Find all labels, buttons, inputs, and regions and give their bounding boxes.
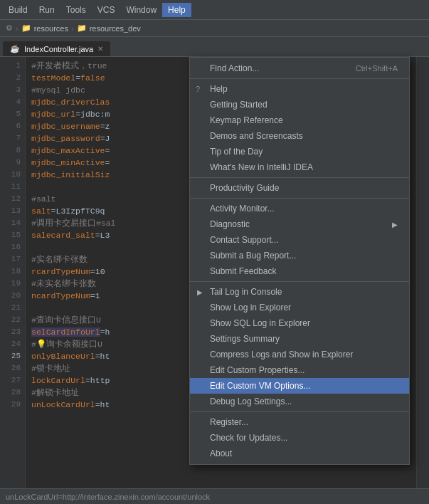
about-label: About: [210, 448, 232, 458]
show-log-label: Show Log in Explorer: [210, 303, 291, 313]
line-num-2: 2: [0, 72, 25, 84]
breadcrumb-sep2: ›: [71, 24, 74, 33]
line-num-23: 23: [0, 326, 25, 338]
tail-log-label: Tail Log in Console: [210, 287, 282, 297]
edit-custom-props-label: Edit Custom Properties...: [210, 365, 304, 375]
line-num-3: 3: [0, 84, 25, 96]
edit-custom-vm-label: Edit Custom VM Options...: [210, 381, 310, 391]
line-num-11: 11: [0, 181, 25, 193]
menu-item-tail-log[interactable]: ▶ Tail Log in Console: [190, 284, 409, 300]
line-num-24: 24: [0, 338, 25, 350]
menu-item-show-sql-log[interactable]: Show SQL Log in Explorer: [190, 315, 409, 331]
status-bar: unLockCardUrl=http://interface.zinexin.c…: [0, 488, 429, 504]
help-dropdown-menu: Find Action... Ctrl+Shift+A ? Help Getti…: [189, 57, 410, 465]
menu-item-activity-monitor[interactable]: Activity Monitor...: [190, 201, 409, 216]
demos-label: Demos and Screencasts: [210, 131, 303, 141]
tab-close-button[interactable]: ✕: [97, 45, 103, 53]
menu-vcs[interactable]: VCS: [92, 3, 121, 17]
menu-run[interactable]: Run: [33, 3, 60, 17]
breadcrumb-resources-dev[interactable]: 📁 resources_dev: [77, 23, 141, 33]
menu-item-show-log[interactable]: Show Log in Explorer: [190, 300, 409, 315]
line-num-26: 26: [0, 362, 25, 374]
menu-item-find-action[interactable]: Find Action... Ctrl+Shift+A: [190, 61, 409, 76]
register-label: Register...: [210, 417, 248, 427]
menu-item-help[interactable]: ? Help: [190, 81, 409, 97]
tab-bar: ☕ IndexController.java ✕: [0, 37, 429, 57]
menu-item-productivity[interactable]: Productivity Guide: [190, 180, 409, 196]
line-num-14: 14: [0, 217, 25, 229]
line-num-20: 20: [0, 290, 25, 302]
scroll-bar[interactable]: [416, 57, 429, 504]
menu-window[interactable]: Window: [120, 3, 162, 17]
menu-item-compress-logs[interactable]: Compress Logs and Show in Explorer: [190, 347, 409, 362]
menu-item-edit-custom-vm[interactable]: Edit Custom VM Options...: [190, 378, 409, 394]
whats-new-label: What's New in IntelliJ IDEA: [210, 162, 313, 172]
menu-item-check-updates[interactable]: Check for Updates...: [190, 430, 409, 446]
submit-feedback-label: Submit Feedback: [210, 266, 276, 276]
separator-3: [190, 198, 409, 199]
line-num-18: 18: [0, 266, 25, 278]
breadcrumb-resources[interactable]: 📁 resources: [21, 23, 68, 33]
menu-item-submit-bug[interactable]: Submit a Bug Report...: [190, 248, 409, 263]
menu-item-edit-custom-props[interactable]: Edit Custom Properties...: [190, 362, 409, 378]
debug-log-label: Debug Log Settings...: [210, 397, 292, 406]
line-gutter: 1 2 3 4 5 6 7 8 9 10 11 12 13 14 15 16 1…: [0, 57, 26, 504]
line-num-10: 10: [0, 169, 25, 181]
menu-item-tip-of-day[interactable]: Tip of the Day: [190, 144, 409, 159]
show-sql-log-label: Show SQL Log in Explorer: [210, 318, 310, 328]
separator-2: [190, 177, 409, 178]
menu-build[interactable]: Build: [3, 3, 33, 17]
line-num-16: 16: [0, 241, 25, 253]
submit-bug-label: Submit a Bug Report...: [210, 251, 296, 261]
editor-area: 1 2 3 4 5 6 7 8 9 10 11 12 13 14 15 16 1…: [0, 57, 429, 504]
line-num-28: 28: [0, 387, 25, 399]
line-num-6: 6: [0, 120, 25, 132]
menu-item-getting-started[interactable]: Getting Started: [190, 97, 409, 112]
line-num-4: 4: [0, 96, 25, 108]
tab-label: IndexController.java: [24, 45, 93, 53]
menu-item-about[interactable]: About: [190, 446, 409, 461]
menu-item-demos[interactable]: Demos and Screencasts: [190, 128, 409, 144]
tab-indexcontroller[interactable]: ☕ IndexController.java ✕: [3, 41, 110, 56]
tail-log-triangle-icon: ▶: [197, 288, 203, 296]
tip-of-day-label: Tip of the Day: [210, 147, 263, 157]
menu-item-keymap-reference[interactable]: Keymap Reference: [190, 112, 409, 128]
menu-tools[interactable]: Tools: [60, 3, 92, 17]
settings-summary-label: Settings Summary: [210, 334, 280, 344]
separator-1: [190, 78, 409, 79]
line-num-15: 15: [0, 229, 25, 241]
menu-help[interactable]: Help: [162, 3, 191, 17]
productivity-label: Productivity Guide: [210, 183, 279, 193]
line-num-1: 1: [0, 60, 25, 72]
status-text: unLockCardUrl=http://interface.zinexin.c…: [6, 493, 210, 501]
compress-logs-label: Compress Logs and Show in Explorer: [210, 350, 353, 359]
line-num-27: 27: [0, 374, 25, 387]
tab-icon: ☕: [10, 44, 20, 53]
line-num-8: 8: [0, 145, 25, 157]
menu-item-diagnostic[interactable]: Diagnostic ▶: [190, 216, 409, 232]
menu-item-debug-log[interactable]: Debug Log Settings...: [190, 394, 409, 409]
help-question-icon: ?: [196, 85, 200, 93]
menu-item-whats-new[interactable]: What's New in IntelliJ IDEA: [190, 159, 409, 175]
separator-4: [190, 281, 409, 282]
menu-item-settings-summary[interactable]: Settings Summary: [190, 331, 409, 347]
menu-item-register[interactable]: Register...: [190, 414, 409, 430]
line-num-21: 21: [0, 302, 25, 314]
line-num-19: 19: [0, 278, 25, 290]
line-num-17: 17: [0, 253, 25, 266]
separator-5: [190, 411, 409, 412]
activity-monitor-label: Activity Monitor...: [210, 204, 275, 214]
find-action-shortcut: Ctrl+Shift+A: [356, 64, 398, 73]
line-num-22: 22: [0, 314, 25, 326]
line-num-25: 25: [0, 350, 25, 362]
menu-item-submit-feedback[interactable]: Submit Feedback: [190, 263, 409, 279]
line-num-5: 5: [0, 108, 25, 120]
breadcrumb-icon: ⚙: [6, 23, 13, 33]
menu-bar: Build Run Tools VCS Window Help: [0, 0, 429, 20]
line-num-7: 7: [0, 132, 25, 145]
menu-item-contact-support[interactable]: Contact Support...: [190, 232, 409, 248]
line-num-13: 13: [0, 205, 25, 217]
line-num-29: 29: [0, 399, 25, 411]
keymap-reference-label: Keymap Reference: [210, 115, 283, 125]
breadcrumb-sep1: ›: [16, 24, 18, 33]
